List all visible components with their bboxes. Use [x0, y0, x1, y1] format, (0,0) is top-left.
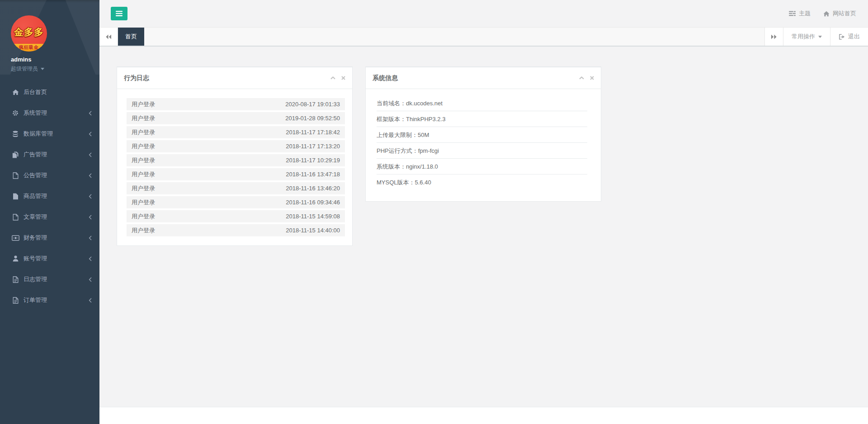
bars-icon: [116, 11, 123, 16]
collapse-chevron-up-icon[interactable]: [330, 76, 335, 80]
system-info-title: 系统信息: [373, 74, 398, 82]
log-row-time: 2018-11-16 13:47:18: [286, 171, 340, 178]
sidebar-item-ads[interactable]: 广告管理: [0, 144, 99, 165]
log-row: 用户登录2019-01-28 09:52:50: [127, 112, 345, 124]
brand-logo-banner: 疯狂吸金: [11, 44, 47, 52]
user-icon: [11, 255, 19, 262]
log-row-time: 2019-01-28 09:52:50: [285, 115, 340, 122]
sidebar-item-order[interactable]: 订单管理: [0, 290, 99, 311]
info-row-value: 5.6.40: [415, 179, 431, 186]
info-row-label: 框架版本：: [377, 116, 406, 122]
logout-button[interactable]: 退出: [830, 28, 868, 46]
tabs-scroll-right-button[interactable]: [764, 28, 783, 46]
log-row-time: 2018-11-17 10:29:19: [286, 157, 340, 164]
collapse-chevron-up-icon[interactable]: [579, 76, 584, 80]
sidebar-item-dashboard[interactable]: 后台首页: [0, 82, 99, 103]
behavior-log-tools: [330, 76, 345, 80]
common-actions-dropdown[interactable]: 常用操作: [783, 28, 830, 46]
close-icon[interactable]: [590, 76, 594, 80]
info-row: 当前域名：dk.ucodes.net: [377, 95, 587, 111]
file-solid-icon: [11, 193, 19, 200]
tabs-scroll-left-button[interactable]: [99, 28, 118, 46]
sidebar-toggle-button[interactable]: [111, 7, 127, 20]
file-outline-icon: [11, 172, 19, 179]
theme-list-icon: [789, 11, 796, 16]
behavior-log-body: 用户登录2020-08-17 19:01:33用户登录2019-01-28 09…: [117, 89, 352, 245]
site-home-link[interactable]: 网站首页: [823, 9, 856, 18]
logout-label: 退出: [848, 33, 860, 41]
chevron-left-icon: [89, 132, 92, 137]
sidebar-profile-header: 金多多 疯狂吸金 admins 超级管理员: [0, 0, 99, 75]
chevron-left-icon: [89, 298, 92, 303]
log-row-time: 2018-11-16 09:34:46: [286, 199, 340, 206]
log-row-label: 用户登录: [132, 156, 155, 165]
sidebar-item-account[interactable]: 账号管理: [0, 248, 99, 269]
sidebar-item-notice[interactable]: 公告管理: [0, 165, 99, 186]
sidebar-item-finance[interactable]: 财务管理: [0, 227, 99, 248]
sidebar-item-label: 广告管理: [24, 151, 47, 159]
file-text-icon: [11, 276, 19, 283]
sidebar-item-label: 数据库管理: [24, 130, 53, 138]
sidebar-item-log[interactable]: 日志管理: [0, 269, 99, 290]
chevron-left-icon: [89, 277, 92, 282]
log-row: 用户登录2018-11-16 13:46:20: [127, 182, 345, 194]
caret-down-icon: [818, 36, 822, 38]
common-actions-label: 常用操作: [792, 33, 815, 41]
close-icon[interactable]: [341, 76, 345, 80]
log-row-label: 用户登录: [132, 198, 155, 207]
info-row-value: nginx/1.18.0: [406, 163, 438, 170]
system-info-body: 当前域名：dk.ucodes.net框架版本：ThinkPHP3.2.3上传最大…: [366, 89, 601, 201]
sidebar-item-label: 文章管理: [24, 213, 47, 221]
log-row-label: 用户登录: [132, 212, 155, 221]
brand-logo-title: 金多多: [11, 26, 47, 38]
file-text-icon: [11, 297, 19, 304]
sidebar-item-database[interactable]: 数据库管理: [0, 123, 99, 144]
info-row: 框架版本：ThinkPHP3.2.3: [377, 111, 587, 127]
sidebar-item-label: 账号管理: [24, 254, 47, 263]
chevron-left-icon: [89, 152, 92, 157]
info-row-label: 当前域名：: [377, 100, 406, 107]
sidebar-item-system[interactable]: 系统管理: [0, 103, 99, 123]
log-row: 用户登录2018-11-17 10:29:19: [127, 154, 345, 166]
log-row-label: 用户登录: [132, 128, 155, 137]
log-row: 用户登录2018-11-16 13:47:18: [127, 168, 345, 180]
chevron-left-icon: [89, 215, 92, 220]
log-row-label: 用户登录: [132, 184, 155, 193]
main-area: 主题 网站首页 首页 常用操作 退出 行为日志: [99, 0, 868, 424]
log-row: 用户登录2020-08-17 19:01:33: [127, 98, 345, 110]
profile-role-dropdown[interactable]: 超级管理员: [11, 65, 99, 73]
sidebar-item-label: 商品管理: [24, 192, 47, 200]
info-row-value: ThinkPHP3.2.3: [406, 116, 445, 122]
sidebar-item-label: 公告管理: [24, 171, 47, 179]
top-navbar: 主题 网站首页: [99, 0, 868, 28]
log-row-time: 2018-11-17 17:18:42: [286, 129, 340, 136]
page-footer: [99, 407, 868, 424]
chevron-left-icon: [89, 111, 92, 116]
tabs-spacer: [144, 28, 764, 46]
tab-bar: 首页 常用操作 退出: [99, 28, 868, 47]
log-row-label: 用户登录: [132, 100, 155, 108]
theme-link[interactable]: 主题: [789, 9, 811, 18]
sign-out-icon: [839, 34, 845, 40]
sidebar-item-article[interactable]: 文章管理: [0, 207, 99, 227]
log-row-time: 2020-08-17 19:01:33: [285, 101, 340, 108]
site-home-link-label: 网站首页: [833, 9, 856, 18]
sidebar-item-goods[interactable]: 商品管理: [0, 186, 99, 207]
log-row: 用户登录2018-11-15 14:59:08: [127, 210, 345, 222]
system-info-panel: 系统信息 当前域名：dk.ucodes.net框架版本：ThinkPHP3.2.…: [365, 66, 601, 202]
info-row: PHP运行方式：fpm-fcgi: [377, 143, 587, 159]
behavior-log-header: 行为日志: [117, 67, 352, 89]
double-chevron-left-icon: [105, 34, 112, 39]
chevron-left-icon: [89, 236, 92, 240]
log-row-label: 用户登录: [132, 114, 155, 122]
tab-home[interactable]: 首页: [118, 28, 144, 46]
info-row: MYSQL版本：5.6.40: [377, 174, 587, 190]
log-row-time: 2018-11-17 17:13:20: [286, 143, 340, 150]
log-row-label: 用户登录: [132, 142, 155, 151]
navbar-right-links: 主题 网站首页: [789, 0, 856, 27]
sidebar: 金多多 疯狂吸金 admins 超级管理员 后台首页系统管理数据库管理广告管理公…: [0, 0, 99, 424]
info-row-value: dk.ucodes.net: [406, 100, 443, 107]
info-row-label: MYSQL版本：: [377, 179, 415, 186]
log-row-time: 2018-11-15 14:40:00: [286, 227, 340, 234]
sidebar-item-label: 后台首页: [24, 88, 47, 96]
